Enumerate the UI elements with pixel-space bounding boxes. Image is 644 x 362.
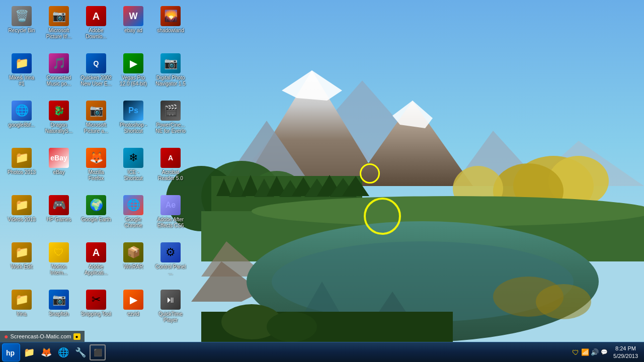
icon-image-winrar: 📦 — [123, 242, 143, 262]
desktop-icon-adobe-app[interactable]: AAdobe Applicati... — [78, 240, 114, 286]
desktop-icon-vegas-pro[interactable]: ▶Vegas Pro 12.0 (64-bit) — [116, 51, 151, 97]
tray-network[interactable]: 📶 — [581, 348, 589, 356]
desktop-icon-quicktime[interactable]: ⏯QuickTime Player — [153, 288, 188, 333]
icon-image-irina: 📁 — [12, 290, 32, 310]
icon-image-google-earth: 🌍 — [86, 195, 106, 215]
icon-image-ms-word: W — [123, 6, 143, 26]
icon-label-quicktime: QuickTime Player — [155, 311, 186, 323]
taskbar-file-explorer[interactable]: 📁 — [21, 344, 37, 360]
icon-label-vegas-pro: Vegas Pro 12.0 (64-bit) — [118, 75, 149, 87]
desktop-icon-snapfish[interactable]: 📷Snapfish — [41, 288, 76, 333]
icon-label-ice: ICE - Shortcut — [118, 169, 149, 182]
icon-label-google-earth: Google Earth — [82, 217, 111, 223]
tray-chat[interactable]: 💬 — [600, 348, 608, 356]
screencast-watermark: ● Screencast-O-Matic.com ● — [0, 331, 85, 342]
icon-image-quicktime: ⏯ — [160, 290, 181, 310]
taskbar-tool[interactable]: 🔧 — [72, 344, 89, 360]
desktop-icon-mike-irina[interactable]: 📁Mike& Irina #1 — [4, 51, 39, 97]
desktop-icon-dragon[interactable]: 🐉Dragon NaturallyS... — [41, 99, 76, 144]
screencast-label: Screencast-O-Matic.com — [10, 333, 71, 339]
desktop-icon-ice[interactable]: ❄ICE - Shortcut — [116, 146, 151, 191]
icon-image-ms-picture2: 📷 — [86, 101, 106, 121]
icon-image-adobe-ae: Ae — [160, 195, 181, 215]
icon-label-work-edit: Work Edit — [11, 264, 32, 270]
icon-image-snipping-tool: ✂ — [86, 290, 106, 310]
desktop-icon-work-edit[interactable]: 📁Work Edit — [4, 240, 39, 286]
icon-label-winrar: WinRAR — [124, 264, 143, 270]
desktop-icon-recycle-bin[interactable]: 🗑️Recycle Bin — [4, 4, 39, 49]
svg-point-30 — [252, 196, 644, 226]
clock-time: 8:24 PM — [615, 345, 636, 352]
desktop-icon-connected-music[interactable]: 🎵Connected Music po... — [41, 51, 76, 97]
desktop-icon-adobe-ae[interactable]: AeAdobe After Effects CS6 — [153, 193, 188, 238]
svg-text:hp: hp — [6, 349, 15, 357]
hp-start-button[interactable]: hp — [2, 343, 20, 361]
desktop-icon-adobe-downlo[interactable]: AAdobe Downlo... — [78, 4, 114, 49]
desktop-icon-firefox[interactable]: 🦊Mozilla Firefox — [78, 146, 114, 191]
icon-image-videos2013: 📁 — [12, 195, 32, 215]
icon-label-ms-picture2: Microsoft Picture a... — [80, 122, 112, 134]
desktop-icon-digital-photo[interactable]: 📷Digital Photo Navigator 1.5 — [153, 51, 188, 97]
desktop-icon-control-panel[interactable]: ⚙Control Panel ... — [153, 240, 188, 286]
icon-image-recycle-bin: 🗑️ — [12, 6, 32, 26]
desktop-icon-ms-word[interactable]: Webay ad — [116, 4, 151, 49]
icon-image-vegas-pro: ▶ — [123, 53, 143, 73]
icon-image-dragon: 🐉 — [49, 101, 69, 121]
desktop-icon-winrar[interactable]: 📦WinRAR — [116, 240, 151, 286]
icon-image-ms-picture-it: 📷 — [49, 6, 69, 26]
svg-point-38 — [536, 284, 591, 319]
desktop-icon-google8[interactable]: 🌐google8bf... — [4, 99, 39, 144]
svg-point-44 — [267, 312, 317, 342]
icon-label-google8: google8bf... — [9, 122, 35, 128]
icon-label-videos2013: Videos 2013 — [8, 217, 35, 223]
icon-image-control-panel: ⚙ — [160, 242, 181, 262]
icon-image-digital-photo: 📷 — [160, 53, 181, 73]
desktop-icon-ezvid[interactable]: ▶ezvid — [116, 288, 151, 333]
start-area: hp 📁 🦊 🌐 🔧 ⬛ — [0, 342, 108, 362]
icon-label-photos2013: Photos 2013 — [8, 169, 36, 175]
taskbar-right: 🛡 📶 🔊 💬 8:24 PM 5/29/2013 — [569, 342, 644, 362]
screencast-dot: ● — [4, 332, 8, 340]
desktop-icon-videos2013[interactable]: 📁Videos 2013 — [4, 193, 39, 238]
icon-image-work-edit: 📁 — [12, 242, 32, 262]
desktop-icon-ebay[interactable]: eBayeBay — [41, 146, 76, 191]
system-clock[interactable]: 8:24 PM 5/29/2013 — [610, 342, 641, 362]
clock-date: 5/29/2013 — [613, 352, 638, 359]
desktop-icon-norton[interactable]: 🛡Norton Intern... — [41, 240, 76, 286]
desktop-icon-ms-picture2[interactable]: 📷Microsoft Picture a... — [78, 99, 114, 144]
desktop-icon-quicken[interactable]: QQuicken 2002 New User E... — [78, 51, 114, 97]
icon-label-ms-picture-it: Microsoft Picture It!... — [43, 28, 74, 40]
icon-label-recycle-bin: Recycle Bin — [9, 28, 35, 34]
desktop-icon-hp-games[interactable]: 🎮HP Games — [41, 193, 76, 238]
desktop-icon-irina[interactable]: 📁Irina — [4, 288, 39, 333]
desktop-icon-shadowland[interactable]: 🌄shadowland — [153, 4, 188, 49]
icon-label-adobe-app: Adobe Applicati... — [80, 264, 112, 276]
icon-image-norton: 🛡 — [49, 242, 69, 262]
system-tray: 🛡 📶 🔊 💬 — [572, 348, 608, 356]
icon-image-adobe-downlo: A — [86, 6, 106, 26]
desktop-icon-snipping-tool[interactable]: ✂Snipping Tool — [78, 288, 114, 333]
desktop-icon-acrobat[interactable]: AAcrobat Reader 5.0 — [153, 146, 188, 191]
icon-label-adobe-ae: Adobe After Effects CS6 — [155, 217, 186, 229]
icon-label-adobe-downlo: Adobe Downlo... — [80, 28, 112, 40]
icon-image-acrobat: A — [160, 148, 181, 168]
tray-volume[interactable]: 🔊 — [591, 348, 599, 356]
icon-image-ice: ❄ — [123, 148, 143, 168]
desktop-icon-ms-picture-it[interactable]: 📷Microsoft Picture It!... — [41, 4, 76, 49]
desktop-icon-photos2013[interactable]: 📁Photos 2013 — [4, 146, 39, 191]
desktop-icon-powercine[interactable]: 🎬PowerCine... NE for Everio — [153, 99, 188, 144]
icon-label-snapfish: Snapfish — [49, 311, 69, 317]
icon-label-irina: Irina — [17, 311, 26, 317]
desktop-icon-photoshop[interactable]: PsPhotoshop - Shortcut — [116, 99, 151, 144]
icon-label-powercine: PowerCine... NE for Everio — [155, 122, 186, 134]
icon-image-snapfish: 📷 — [49, 290, 69, 310]
icon-label-photoshop: Photoshop - Shortcut — [118, 122, 149, 134]
icon-label-digital-photo: Digital Photo Navigator 1.5 — [155, 75, 186, 87]
icon-label-connected-music: Connected Music po... — [43, 75, 74, 87]
taskbar-firefox[interactable]: 🦊 — [38, 344, 54, 360]
desktop-icon-google-chrome[interactable]: 🌐Google Chrome — [116, 193, 151, 238]
tray-norton[interactable]: 🛡 — [572, 348, 580, 356]
taskbar-chrome[interactable]: 🌐 — [55, 344, 71, 360]
desktop-icon-google-earth[interactable]: 🌍Google Earth — [78, 193, 114, 238]
taskbar-screen[interactable]: ⬛ — [90, 344, 106, 360]
